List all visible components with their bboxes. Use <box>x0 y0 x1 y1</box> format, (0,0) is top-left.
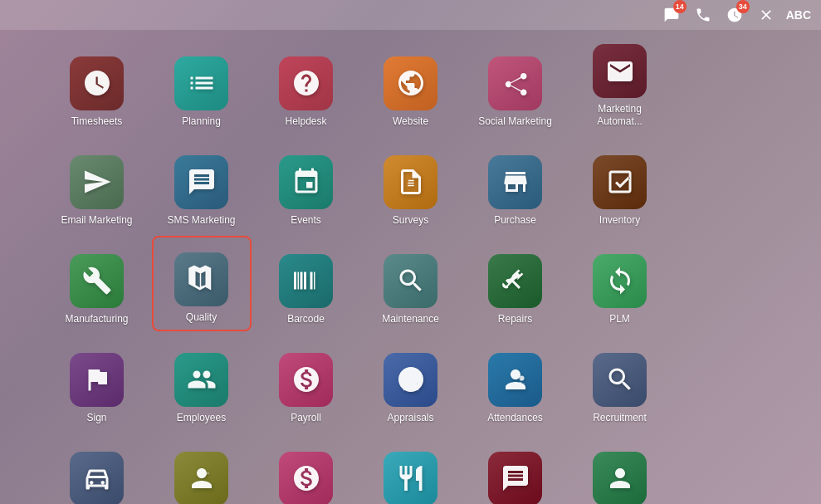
app-repairs[interactable]: Repairs <box>466 236 565 331</box>
barcode-icon <box>279 254 333 308</box>
app-recruitment[interactable]: Recruitment <box>570 335 670 430</box>
appraisals-label: Appraisals <box>387 412 433 423</box>
app-planning[interactable]: Planning <box>152 38 252 134</box>
timesheets-label: Timesheets <box>71 115 123 127</box>
apps-grid: Timesheets Planning Helpdesk Website Soc… <box>0 30 821 504</box>
fleet-icon <box>70 452 124 504</box>
app-live-chat[interactable]: Live Chat <box>466 433 565 504</box>
payroll-label: Payroll <box>291 412 321 423</box>
app-payroll[interactable]: Payroll <box>257 335 356 430</box>
user-initials[interactable]: ABC <box>786 8 811 22</box>
app-sign[interactable]: Sign <box>47 335 147 430</box>
website-label: Website <box>393 115 428 127</box>
app-expenses[interactable]: Expenses <box>257 433 356 504</box>
marketing-automation-label: Marketing Automat... <box>579 103 662 127</box>
close-icon[interactable] <box>755 3 778 27</box>
quality-icon <box>174 252 228 306</box>
members-icon <box>593 452 647 504</box>
plm-icon <box>593 254 647 308</box>
website-icon <box>384 56 437 110</box>
events-label: Events <box>291 214 321 226</box>
surveys-label: Surveys <box>393 214 428 226</box>
app-plm[interactable]: PLM <box>570 236 670 331</box>
sign-label: Sign <box>86 412 106 423</box>
employees-icon <box>174 353 228 407</box>
maintenance-label: Maintenance <box>382 313 439 325</box>
chat-icon[interactable]: 14 <box>660 3 683 27</box>
attendances-icon <box>488 353 542 407</box>
app-quality[interactable]: Quality <box>152 236 252 331</box>
clock-badge: 34 <box>736 0 750 13</box>
time-off-icon <box>174 452 228 504</box>
manufacturing-icon <box>70 254 124 308</box>
sms-marketing-icon <box>174 155 228 209</box>
planning-label: Planning <box>182 115 221 127</box>
surveys-icon <box>384 155 437 209</box>
repairs-icon <box>488 254 542 308</box>
topbar: 14 34 ABC <box>0 0 821 30</box>
barcode-label: Barcode <box>287 313 325 325</box>
events-icon <box>279 155 333 209</box>
inventory-icon <box>593 155 647 209</box>
app-employees[interactable]: Employees <box>152 335 252 430</box>
marketing-automation-icon <box>593 44 647 98</box>
recruitment-label: Recruitment <box>593 412 647 423</box>
app-appraisals[interactable]: Appraisals <box>361 335 461 430</box>
maintenance-icon <box>384 254 437 308</box>
purchase-icon <box>488 155 542 209</box>
live-chat-icon <box>488 452 542 504</box>
app-manufacturing[interactable]: Manufacturing <box>47 236 147 331</box>
recruitment-icon <box>593 353 647 407</box>
email-marketing-icon <box>70 155 124 209</box>
helpdesk-label: Helpdesk <box>285 115 326 127</box>
plm-label: PLM <box>609 313 630 325</box>
app-fleet[interactable]: Fleet <box>47 433 147 504</box>
payroll-icon <box>279 353 333 407</box>
app-members[interactable]: Members <box>570 433 670 504</box>
manufacturing-label: Manufacturing <box>65 313 128 325</box>
app-timesheets[interactable]: Timesheets <box>47 38 147 134</box>
app-social-marketing[interactable]: Social Marketing <box>466 38 565 134</box>
quality-label: Quality <box>186 311 217 323</box>
app-attendances[interactable]: Attendances <box>466 335 565 430</box>
app-time-off[interactable]: Time Off <box>152 433 252 504</box>
social-marketing-label: Social Marketing <box>478 115 552 127</box>
app-purchase[interactable]: Purchase <box>466 137 565 232</box>
sign-icon <box>70 353 124 407</box>
social-marketing-icon <box>488 56 542 110</box>
sms-marketing-label: SMS Marketing <box>167 214 235 226</box>
app-website[interactable]: Website <box>361 38 461 134</box>
clock-icon[interactable]: 34 <box>723 3 746 27</box>
expenses-icon <box>279 452 333 504</box>
lunch-icon <box>384 452 437 504</box>
app-sms-marketing[interactable]: SMS Marketing <box>152 137 252 232</box>
app-email-marketing[interactable]: Email Marketing <box>47 137 147 232</box>
email-marketing-label: Email Marketing <box>61 214 132 226</box>
repairs-label: Repairs <box>498 313 532 325</box>
inventory-label: Inventory <box>599 214 640 226</box>
app-maintenance[interactable]: Maintenance <box>361 236 461 331</box>
chat-badge: 14 <box>673 0 687 13</box>
app-lunch[interactable]: Lunch <box>361 433 461 504</box>
app-helpdesk[interactable]: Helpdesk <box>257 38 356 134</box>
app-events[interactable]: Events <box>257 137 356 232</box>
appraisals-icon <box>384 353 437 407</box>
app-inventory[interactable]: Inventory <box>570 137 670 232</box>
app-surveys[interactable]: Surveys <box>361 137 461 232</box>
helpdesk-icon <box>279 56 333 110</box>
attendances-label: Attendances <box>487 412 543 423</box>
employees-label: Employees <box>177 412 226 423</box>
app-barcode[interactable]: Barcode <box>257 236 356 331</box>
phone-icon[interactable] <box>691 3 715 27</box>
app-marketing-automation[interactable]: Marketing Automat... <box>570 38 670 134</box>
planning-icon <box>174 56 228 110</box>
purchase-label: Purchase <box>494 214 536 226</box>
timesheets-icon <box>70 56 124 110</box>
